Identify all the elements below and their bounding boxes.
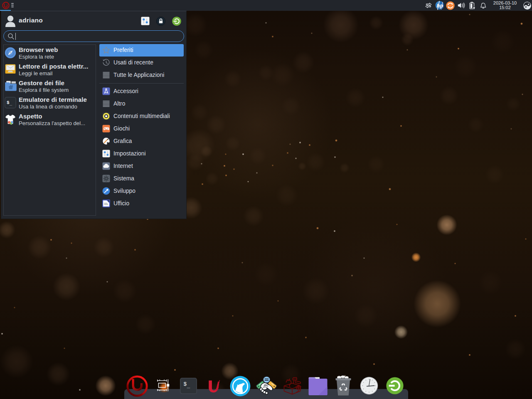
svg-text:_: _ bbox=[9, 101, 12, 106]
svg-text:hp: hp bbox=[436, 2, 443, 9]
svg-text:$: $ bbox=[184, 381, 187, 387]
svg-text:_: _ bbox=[187, 383, 190, 389]
